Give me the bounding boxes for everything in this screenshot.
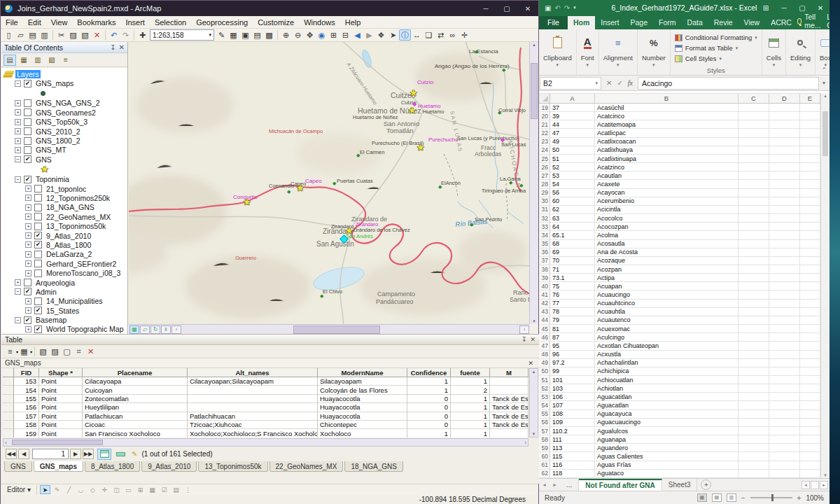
- cell[interactable]: [738, 146, 769, 155]
- table-tab-18_nga_gns[interactable]: 18_NGA_GNS: [344, 461, 403, 472]
- collapse-icon[interactable]: −: [15, 80, 21, 87]
- star-marker[interactable]: ★: [416, 143, 425, 152]
- cell[interactable]: [800, 206, 820, 214]
- cell[interactable]: [800, 300, 820, 308]
- cell-b[interactable]: Acatlicpac: [595, 129, 738, 137]
- cell-b[interactable]: Aguacatlan: [595, 401, 738, 410]
- cell-a[interactable]: 51: [550, 155, 595, 163]
- list-by-source-icon[interactable]: ▦: [18, 55, 30, 66]
- cell[interactable]: [738, 461, 769, 470]
- first-record-icon[interactable]: ◀◀: [6, 449, 17, 459]
- toc-item-world topographic map[interactable]: +✔World Topographic Map: [1, 325, 127, 334]
- ribbon-tab-revie[interactable]: Revie: [708, 16, 738, 29]
- menu-file[interactable]: File: [1, 18, 23, 27]
- cell-b[interactable]: Acayocan: [595, 189, 738, 197]
- layer-checkbox[interactable]: ✔: [24, 80, 31, 88]
- cell[interactable]: [800, 368, 820, 376]
- cell[interactable]: [738, 265, 769, 274]
- record-number-input[interactable]: 1: [32, 449, 69, 459]
- cell[interactable]: [738, 333, 769, 342]
- cell[interactable]: [800, 180, 820, 188]
- select-features-icon[interactable]: ❖: [375, 29, 387, 41]
- print-icon[interactable]: ▥: [38, 29, 50, 41]
- cell[interactable]: [800, 163, 820, 172]
- menu-customize[interactable]: Customize: [253, 18, 299, 27]
- column-header-e[interactable]: E: [800, 94, 820, 103]
- toc-item-15_states[interactable]: +✔15_States: [1, 306, 127, 315]
- row-header[interactable]: 59: [539, 444, 550, 452]
- cell[interactable]: [769, 248, 800, 257]
- toc-item-14_municipalities[interactable]: +14_Municipalities: [1, 297, 127, 306]
- sheet-scroll-right-icon[interactable]: ▸: [550, 479, 560, 491]
- cell[interactable]: [769, 274, 800, 282]
- cancel-icon[interactable]: ✕: [606, 79, 612, 87]
- go-to-xy-icon[interactable]: ✛: [458, 29, 470, 41]
- cell[interactable]: [800, 452, 820, 461]
- editor-tool-icon[interactable]: ▤: [171, 485, 181, 494]
- full-extent-icon[interactable]: ◉: [316, 29, 328, 41]
- cell[interactable]: [769, 384, 800, 393]
- row-header[interactable]: 26: [539, 163, 550, 172]
- qat-customize-icon[interactable]: ▾: [573, 5, 576, 10]
- cell-b[interactable]: Aguas Calientes: [595, 452, 738, 461]
- table-row[interactable]: 157PointPatlachiucanPatlachihuacanHuayac…: [3, 412, 528, 421]
- cell[interactable]: [738, 240, 769, 248]
- cell[interactable]: [738, 206, 769, 214]
- ribbon-tab-view[interactable]: View: [738, 16, 766, 29]
- toc-item-toponimia[interactable]: −✔Toponimia: [1, 175, 127, 184]
- row-header[interactable]: 43: [539, 308, 550, 316]
- cell[interactable]: [769, 351, 800, 359]
- cell-a[interactable]: 99: [550, 368, 595, 376]
- layer-checkbox[interactable]: [24, 99, 31, 107]
- cell[interactable]: [738, 290, 769, 299]
- row-header[interactable]: 45: [539, 325, 550, 333]
- row-header[interactable]: 19: [539, 104, 550, 112]
- cell[interactable]: [769, 257, 800, 265]
- cell-a[interactable]: 71: [550, 265, 595, 274]
- row-header[interactable]: 57: [539, 427, 550, 435]
- cell-a[interactable]: 54: [550, 180, 595, 188]
- cell[interactable]: [738, 274, 769, 282]
- layer-checkbox[interactable]: ✔: [34, 232, 42, 239]
- cell[interactable]: [769, 359, 800, 368]
- cell-a[interactable]: 68: [550, 240, 595, 248]
- cell-b[interactable]: Acuauhtcinco: [595, 300, 738, 308]
- list-by-drawing-order-icon[interactable]: ▤: [4, 55, 16, 66]
- cell-a[interactable]: 70: [550, 257, 595, 265]
- paste-icon[interactable]: ▧: [79, 29, 91, 41]
- green-point-marker[interactable]: ◆: [287, 189, 290, 194]
- menu-selection[interactable]: Selection: [150, 18, 191, 27]
- cell-b[interactable]: Aguanapa: [595, 435, 738, 444]
- cell[interactable]: [738, 129, 769, 137]
- collapse-ribbon-icon[interactable]: ⌃: [821, 66, 827, 74]
- cell-b[interactable]: Acatlixcoacan: [595, 138, 738, 146]
- cell-a[interactable]: 96: [550, 351, 595, 359]
- table-panel-header[interactable]: Table ↧ ✕: [1, 335, 539, 345]
- cell[interactable]: [800, 410, 820, 419]
- cell[interactable]: [769, 129, 800, 137]
- editor-tool-icon[interactable]: ▦: [147, 485, 158, 494]
- cell-a[interactable]: 103: [550, 384, 595, 393]
- star-marker[interactable]: ★: [410, 88, 418, 97]
- cell[interactable]: [800, 257, 820, 265]
- layer-checkbox[interactable]: ✔: [34, 241, 42, 248]
- cell[interactable]: [738, 282, 769, 290]
- cell[interactable]: [738, 189, 769, 197]
- cell[interactable]: [769, 231, 800, 239]
- cell[interactable]: [738, 197, 769, 206]
- cell-b[interactable]: Acuauhtla: [595, 308, 738, 316]
- cell[interactable]: [738, 435, 769, 444]
- cell[interactable]: [769, 112, 800, 120]
- cell[interactable]: [738, 308, 769, 316]
- layer-checkbox[interactable]: [34, 260, 42, 267]
- expand-icon[interactable]: +: [25, 195, 31, 201]
- cell-a[interactable]: 64: [550, 223, 595, 231]
- tell-me-box[interactable]: Tell me...: [797, 13, 822, 29]
- report-icon[interactable]: ▤: [251, 29, 263, 41]
- new-icon[interactable]: ▯: [3, 29, 15, 41]
- normal-view-icon[interactable]: ▦: [697, 493, 707, 502]
- cell-a[interactable]: 75: [550, 282, 595, 290]
- ribbon-tab-hom[interactable]: Hom: [568, 16, 595, 29]
- cell-b[interactable]: Achiocuatlan: [595, 376, 738, 384]
- cell[interactable]: [769, 180, 800, 188]
